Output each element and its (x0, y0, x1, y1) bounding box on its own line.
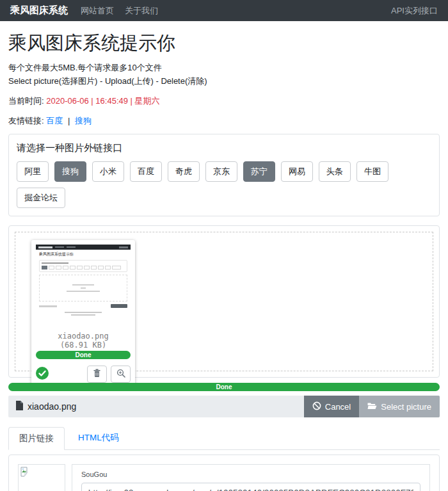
current-time-label: 当前时间: (8, 96, 44, 106)
actions-note: Select picture(选择图片) - Upload(上传) - Dele… (8, 76, 440, 87)
ban-icon (312, 401, 321, 412)
interface-button-jd[interactable]: 京东 (205, 161, 237, 182)
tab-bar: 图片链接 HTML代码 (8, 427, 440, 450)
tab-image-links[interactable]: 图片链接 (8, 427, 65, 450)
upload-panel: 乘风图床系统提示你 (8, 225, 440, 378)
global-progress-bar: Done (8, 383, 440, 391)
link-fields: SouGou SuNing (72, 464, 430, 491)
zoom-file-button[interactable] (111, 366, 131, 383)
card-filesize: (68.91 KB) (36, 341, 131, 350)
mini-footer-text (36, 312, 131, 316)
upload-file-card: 乘风图床系统提示你 (31, 240, 135, 387)
zoom-in-icon (116, 369, 125, 380)
field-label-sougou: SouGou (81, 471, 420, 478)
interface-button-row: 阿里 搜狗 小米 百度 奇虎 京东 苏宁 网易 头条 牛图 掘金论坛 (17, 161, 431, 208)
file-row-filename: xiaodao.png (28, 401, 76, 412)
interface-button-xiaomi[interactable]: 小米 (92, 161, 124, 182)
mini-navbar (36, 245, 131, 250)
interface-button-ali[interactable]: 阿里 (17, 161, 49, 182)
friend-links-separator: | (68, 116, 70, 125)
mini-dropzone (39, 275, 127, 302)
result-thumbnail (18, 464, 65, 491)
field-input-sougou[interactable] (81, 483, 420, 491)
card-filename: xiaodao.png (36, 332, 131, 341)
interface-button-sogou[interactable]: 搜狗 (54, 161, 86, 182)
interface-button-niutu[interactable]: 牛图 (356, 161, 388, 182)
friend-links-label: 友情链接: (8, 116, 44, 125)
interface-button-suning[interactable]: 苏宁 (243, 161, 275, 182)
current-time-value: 2020-06-06 | 16:45:49 | 星期六 (46, 96, 159, 106)
friend-links-row: 友情链接: 百度 | 搜狗 (8, 115, 440, 127)
mini-interface-panel (39, 260, 127, 272)
brand[interactable]: 乘风图床系统 (10, 4, 68, 17)
interface-button-toutiao[interactable]: 头条 (319, 161, 351, 182)
file-row: xiaodao.png Cancel Se (8, 396, 440, 417)
select-picture-button[interactable]: Select picture (359, 396, 440, 417)
interface-panel: 请选择一种图片外链接口 阿里 搜狗 小米 百度 奇虎 京东 苏宁 网易 头条 牛… (8, 134, 440, 216)
trash-icon (93, 369, 101, 380)
dropzone[interactable]: 乘风图床系统提示你 (15, 232, 433, 371)
page-title: 乘风图床系统提示你 (8, 31, 440, 56)
current-time-row: 当前时间: 2020-06-06 | 16:45:49 | 星期六 (8, 95, 440, 107)
file-icon (15, 401, 23, 412)
nav-link-api[interactable]: API实列接口 (391, 5, 438, 17)
upload-success-check-icon (36, 367, 49, 382)
interface-button-qihu[interactable]: 奇虎 (168, 161, 200, 182)
friend-link-baidu[interactable]: 百度 (46, 116, 63, 125)
card-progress-bar: Done (36, 351, 131, 359)
mini-footer (39, 304, 127, 308)
cancel-button[interactable]: Cancel (304, 396, 359, 417)
field-row-sougou: SouGou (72, 464, 430, 491)
limit-note: 每个文件最大5MB.每个请求最多10个文件 (8, 62, 440, 74)
mini-page-title: 乘风图床系统提示你 (39, 252, 127, 257)
interface-panel-title: 请选择一种图片外链接口 (17, 142, 431, 154)
delete-file-button[interactable] (87, 366, 107, 383)
tab-html-code[interactable]: HTML代码 (68, 427, 129, 449)
folder-icon (367, 402, 377, 412)
interface-button-baidu[interactable]: 百度 (130, 161, 162, 182)
friend-link-sogou[interactable]: 搜狗 (75, 116, 92, 125)
interface-button-juejin[interactable]: 掘金论坛 (17, 188, 65, 208)
interface-button-netease[interactable]: 网易 (281, 161, 313, 182)
preview-thumbnail[interactable]: 乘风图床系统提示你 (36, 245, 131, 329)
results-panel: SouGou SuNing (8, 455, 440, 491)
nav-link-about[interactable]: 关于我们 (125, 5, 158, 17)
nav-link-home[interactable]: 网站首页 (81, 5, 114, 17)
navbar: 乘风图床系统 网站首页 关于我们 API实列接口 (0, 0, 448, 21)
